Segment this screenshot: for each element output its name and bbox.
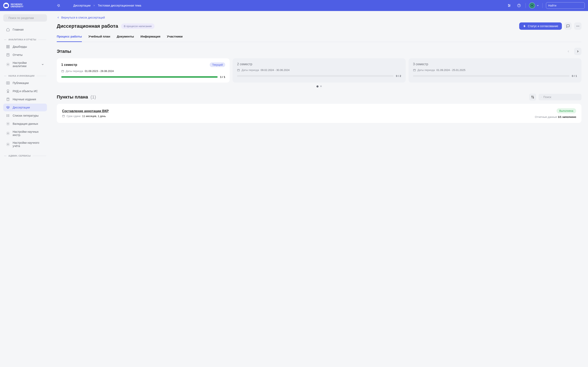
- progress-bar: [61, 76, 218, 78]
- avatar: [529, 2, 535, 8]
- plan-item[interactable]: Составление аннотации ВКР Срок сдачи 11 …: [57, 104, 581, 123]
- plan-title: Пункты плана (1): [57, 94, 96, 100]
- sidebar-section-header: НАУКА И ИННОВАЦИИ: [3, 75, 47, 77]
- svg-rect-13: [8, 45, 9, 46]
- global-search-input[interactable]: [548, 4, 584, 7]
- sidebar-item[interactable]: Настройки научных инстр.: [3, 128, 47, 139]
- sidebar-item-home[interactable]: Главная: [3, 26, 47, 33]
- tab[interactable]: Учебный план: [88, 35, 110, 42]
- plan-count: (1): [90, 94, 96, 100]
- progress-count: 1 / 1: [220, 75, 225, 78]
- svg-point-34: [579, 26, 579, 26]
- svg-point-29: [8, 123, 9, 124]
- plan-search-input[interactable]: [543, 95, 579, 99]
- sidebar-item[interactable]: Дашборды: [3, 43, 47, 50]
- stage-card[interactable]: 1 семестр Текущий Даты периода 01.09.202…: [57, 58, 230, 83]
- sidebar-item[interactable]: Отчеты: [3, 51, 47, 59]
- stage-card[interactable]: 2 семестр Даты периода 09.02.2024 - 30.0…: [233, 58, 406, 83]
- gear-icon: [6, 142, 10, 146]
- dates-value: 01.09.2024 - 25.01.2025: [437, 68, 466, 72]
- back-link[interactable]: Вернуться в список диссертаций: [57, 16, 105, 19]
- sidebar-item[interactable]: Научные издания: [3, 95, 47, 103]
- comments-button[interactable]: [564, 22, 572, 30]
- sidebar-item-label: РИД и объекты ИС: [13, 90, 38, 93]
- journal-icon: [6, 98, 10, 101]
- sidebar-item[interactable]: Диссертации: [3, 104, 47, 111]
- stages-next-button[interactable]: [574, 48, 581, 55]
- progress-count: 0 / 2: [396, 75, 401, 77]
- tab[interactable]: Документы: [117, 35, 134, 42]
- pin-icon[interactable]: [55, 2, 62, 9]
- book-icon: [6, 81, 10, 85]
- chat-icon: [566, 24, 570, 28]
- svg-point-3: [508, 4, 509, 5]
- sidebar-search-input[interactable]: [8, 16, 44, 20]
- sidebar-item[interactable]: Настройки научного учёта: [3, 139, 47, 150]
- svg-point-26: [7, 115, 7, 115]
- svg-rect-21: [7, 98, 9, 101]
- breadcrumb-item: Тестовая диссертационная тема: [98, 4, 141, 7]
- stage-title: 2 семестр: [237, 62, 252, 66]
- svg-line-48: [541, 97, 542, 98]
- sort-icon: [531, 95, 534, 99]
- main-content: Вернуться в список диссертаций Диссертац…: [50, 11, 588, 367]
- svg-point-32: [576, 26, 577, 26]
- sidebar-item-label: Дашборды: [13, 45, 27, 48]
- settings-sliders-icon[interactable]: [506, 2, 512, 9]
- gear-icon: [6, 132, 10, 135]
- sidebar-item[interactable]: Публикации: [3, 79, 47, 87]
- plan-item-title[interactable]: Составление аннотации ВКР: [62, 109, 109, 113]
- logo-text: Sechenov University: [11, 3, 24, 8]
- sort-button[interactable]: [529, 94, 536, 100]
- logo[interactable]: Sechenov University: [3, 3, 24, 8]
- status-approval-button[interactable]: Статус и согласование: [519, 22, 562, 30]
- sidebar-item[interactable]: Списки литературы: [3, 112, 47, 119]
- sidebar-item[interactable]: РИД и объекты ИС: [3, 87, 47, 95]
- sidebar-item-label: Списки литературы: [13, 114, 39, 117]
- svg-rect-35: [62, 70, 64, 72]
- gradcap-icon: [6, 106, 10, 109]
- calendar-icon: [62, 115, 65, 117]
- svg-point-28: [7, 117, 7, 117]
- topbar: Sechenov University Диссертации Тестовая…: [0, 0, 588, 11]
- help-icon[interactable]: [516, 2, 522, 9]
- tab[interactable]: Процесс работы: [57, 35, 82, 42]
- chevron-down-icon: [41, 63, 44, 66]
- global-search[interactable]: [546, 2, 585, 9]
- breadcrumb-item[interactable]: Диссертации: [73, 4, 90, 7]
- stages-prev-button[interactable]: [565, 48, 572, 55]
- dates-label: Даты периода: [66, 69, 83, 73]
- chevron-right-icon: [576, 50, 579, 53]
- sidebar-item-label: Настройки научного учёта: [13, 141, 44, 148]
- sidebar-search[interactable]: [3, 14, 47, 22]
- stage-card[interactable]: 3 семестр Даты периода 01.09.2024 - 25.0…: [408, 58, 581, 83]
- svg-point-20: [7, 90, 9, 92]
- tab[interactable]: Информация: [140, 35, 160, 42]
- search-icon: [541, 96, 542, 99]
- svg-point-7: [519, 6, 519, 6]
- user-menu[interactable]: [529, 2, 539, 8]
- tab[interactable]: Участники: [167, 35, 182, 42]
- stages-title: Этапы: [57, 49, 71, 54]
- sidebar-item[interactable]: Валидация данных: [3, 120, 47, 128]
- current-badge: Текущий: [210, 62, 225, 67]
- chevron-right-icon: [93, 4, 95, 7]
- dates-value: 01.09.2023 - 28.08.2024: [85, 69, 114, 73]
- plan-search[interactable]: [539, 94, 581, 100]
- tabs: Процесс работыУчебный планДокументыИнфор…: [57, 35, 581, 42]
- progress-bar: [413, 75, 570, 77]
- sidebar-item-label: Настройки научных инстр.: [13, 130, 44, 137]
- svg-point-4: [510, 5, 510, 6]
- svg-rect-43: [413, 69, 415, 71]
- carousel-dot[interactable]: [320, 85, 322, 87]
- svg-point-27: [7, 115, 7, 116]
- more-button[interactable]: [574, 22, 581, 30]
- report-text: Отчетные данные 1/1 заполнено: [535, 115, 576, 118]
- breadcrumb: Диссертации Тестовая диссертационная тем…: [73, 4, 141, 7]
- svg-rect-12: [7, 45, 8, 46]
- list-icon: [6, 114, 10, 117]
- badge-icon: [6, 89, 10, 93]
- carousel-dot[interactable]: [316, 85, 319, 87]
- sidebar-item[interactable]: Настройки аналитики: [3, 59, 47, 70]
- dates-label: Даты периода: [242, 68, 259, 72]
